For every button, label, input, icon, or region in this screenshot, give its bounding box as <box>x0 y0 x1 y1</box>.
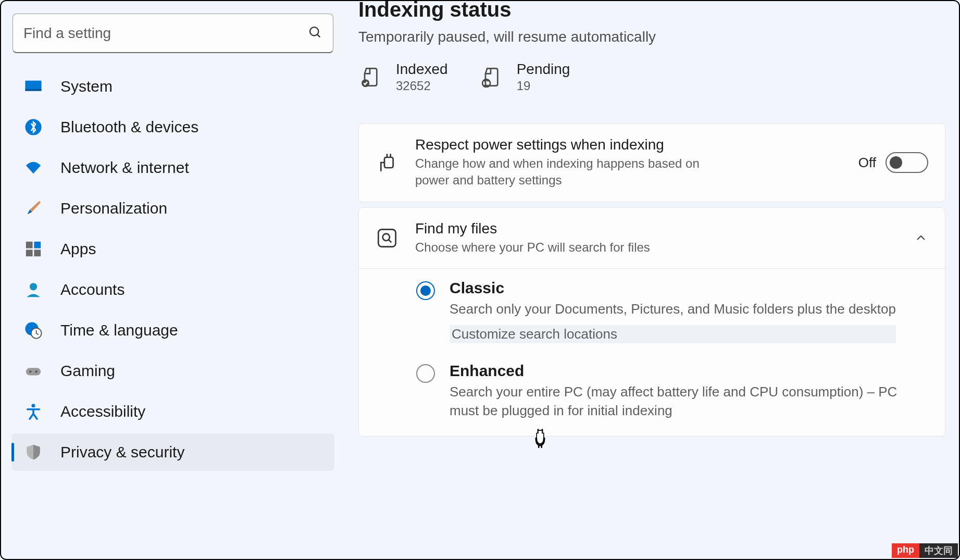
file-check-icon <box>358 66 381 89</box>
svg-rect-3 <box>25 89 41 91</box>
stat-text: Indexed 32652 <box>396 61 448 93</box>
customize-search-link[interactable]: Customize search locations <box>450 325 896 343</box>
card-description: Change how and when indexing happens bas… <box>415 155 707 189</box>
card-title: Respect power settings when indexing <box>415 136 842 153</box>
sidebar-item-label: Network & internet <box>60 159 189 177</box>
search-container <box>11 14 334 68</box>
svg-rect-5 <box>26 242 33 248</box>
sidebar-item-label: Personalization <box>60 200 167 217</box>
svg-point-9 <box>30 283 37 290</box>
file-sync-icon <box>479 66 502 89</box>
sidebar-item-label: Apps <box>60 240 96 258</box>
sidebar-item-label: System <box>60 78 113 95</box>
radio-title: Enhanced <box>450 362 908 380</box>
search-box[interactable] <box>13 14 333 53</box>
sidebar-item-gaming[interactable]: Gaming <box>11 352 334 390</box>
radio-description: Search your entire PC (may affect batter… <box>450 383 908 420</box>
option-classic[interactable]: Classic Search only your Documents, Pict… <box>416 279 928 343</box>
radio-texts: Enhanced Search your entire PC (may affe… <box>450 362 908 420</box>
option-enhanced[interactable]: Enhanced Search your entire PC (may affe… <box>416 362 928 420</box>
sidebar-item-label: Time & language <box>60 321 178 339</box>
page-subtitle: Temporarily paused, will resume automati… <box>358 29 945 45</box>
settings-window: System Bluetooth & devices Network & int… <box>0 0 960 560</box>
main-content: Indexing status Temporarily paused, will… <box>345 1 959 559</box>
card-find-my-files: Find my files Choose where your PC will … <box>358 207 945 437</box>
sidebar-item-label: Accessibility <box>60 403 145 420</box>
search-square-icon <box>376 227 398 250</box>
watermark-left: php <box>892 543 919 558</box>
sidebar-item-bluetooth[interactable]: Bluetooth & devices <box>11 108 334 146</box>
card-texts: Find my files Choose where your PC will … <box>415 220 897 256</box>
toggle-knob <box>890 156 902 169</box>
svg-rect-7 <box>26 250 33 256</box>
radio-enhanced[interactable] <box>416 364 435 383</box>
radio-description: Search only your Documents, Pictures, an… <box>450 300 896 319</box>
stat-value: 32652 <box>396 79 448 93</box>
svg-point-0 <box>310 27 318 35</box>
bluetooth-icon <box>24 118 43 136</box>
svg-rect-12 <box>26 368 41 375</box>
page-title: Indexing status <box>358 0 945 21</box>
svg-rect-8 <box>34 250 41 256</box>
svg-point-15 <box>31 404 35 407</box>
sidebar-item-accounts[interactable]: Accounts <box>11 271 334 308</box>
svg-rect-21 <box>378 229 395 246</box>
radio-classic[interactable] <box>416 281 435 300</box>
shield-icon <box>24 443 43 462</box>
paintbrush-icon <box>24 199 43 218</box>
sidebar-item-label: Privacy & security <box>60 443 184 461</box>
sidebar-item-privacy[interactable]: Privacy & security <box>11 433 334 471</box>
stat-text: Pending 19 <box>517 61 570 93</box>
svg-line-1 <box>317 34 320 37</box>
toggle-state-label: Off <box>858 155 876 171</box>
radio-title: Classic <box>450 279 896 297</box>
toggle-group: Off <box>858 152 928 173</box>
sidebar-item-personalization[interactable]: Personalization <box>11 190 334 227</box>
svg-line-23 <box>389 240 391 242</box>
gamepad-icon <box>24 362 43 380</box>
chevron-up-icon <box>914 231 928 245</box>
stat-label: Pending <box>517 61 570 78</box>
card-description: Choose where your PC will search for fil… <box>415 239 707 256</box>
accessibility-icon <box>24 402 43 421</box>
card-texts: Respect power settings when indexing Cha… <box>415 136 842 189</box>
search-input[interactable] <box>23 25 308 42</box>
card-power-settings: Respect power settings when indexing Cha… <box>358 123 945 202</box>
stat-pending: Pending 19 <box>479 61 570 93</box>
stat-value: 19 <box>517 79 570 93</box>
sidebar-item-network[interactable]: Network & internet <box>11 149 334 186</box>
stat-indexed: Indexed 32652 <box>358 61 448 93</box>
person-icon <box>24 280 43 299</box>
svg-point-14 <box>35 370 38 372</box>
radio-texts: Classic Search only your Documents, Pict… <box>450 279 896 343</box>
sidebar: System Bluetooth & devices Network & int… <box>1 1 345 559</box>
sidebar-nav: System Bluetooth & devices Network & int… <box>11 68 334 471</box>
globe-clock-icon <box>24 321 43 340</box>
sidebar-item-apps[interactable]: Apps <box>11 230 334 268</box>
monitor-icon <box>24 77 43 96</box>
card-title: Find my files <box>415 220 897 237</box>
settings-cards: Respect power settings when indexing Cha… <box>358 123 945 437</box>
svg-rect-18 <box>384 157 393 168</box>
sidebar-item-label: Accounts <box>60 281 124 298</box>
svg-rect-6 <box>34 242 41 248</box>
sidebar-item-time[interactable]: Time & language <box>11 312 334 349</box>
card-header-row[interactable]: Find my files Choose where your PC will … <box>359 208 945 269</box>
apps-icon <box>24 240 43 258</box>
find-options: Classic Search only your Documents, Pict… <box>359 269 945 436</box>
index-stats: Indexed 32652 Pending 19 <box>358 61 945 93</box>
svg-point-22 <box>383 234 390 241</box>
sidebar-item-accessibility[interactable]: Accessibility <box>11 393 334 430</box>
sidebar-item-label: Bluetooth & devices <box>60 118 198 136</box>
sidebar-item-label: Gaming <box>60 362 115 380</box>
wifi-icon <box>24 158 43 177</box>
plug-icon <box>376 151 398 174</box>
svg-point-13 <box>29 370 31 372</box>
card-row[interactable]: Respect power settings when indexing Cha… <box>359 124 945 202</box>
power-toggle[interactable] <box>886 152 928 173</box>
stat-label: Indexed <box>396 61 448 78</box>
sidebar-item-system[interactable]: System <box>11 68 334 105</box>
watermark: php 中文同 <box>892 543 958 558</box>
watermark-right: 中文同 <box>919 543 958 558</box>
search-icon <box>308 25 322 42</box>
